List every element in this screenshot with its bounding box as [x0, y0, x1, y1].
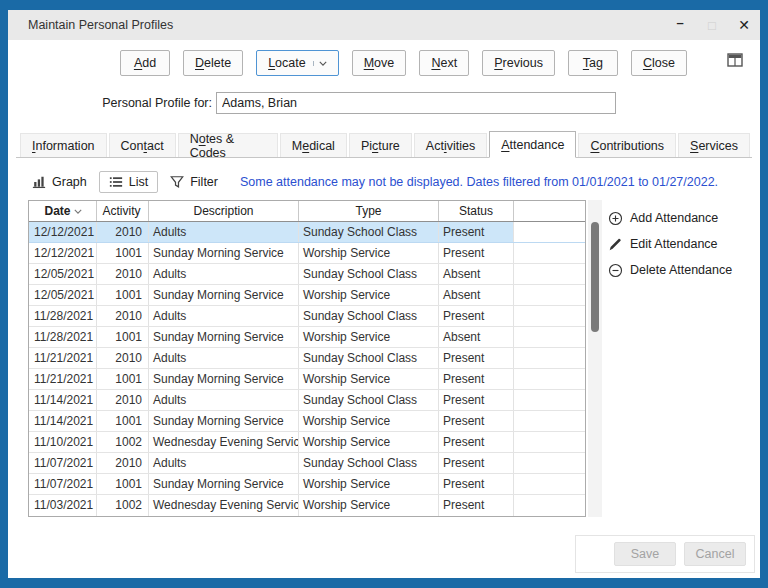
- move-button[interactable]: Move: [352, 50, 407, 76]
- cell-description: Adults: [149, 222, 299, 242]
- cell-type: Worship Service: [299, 369, 439, 389]
- cell-type: Worship Service: [299, 285, 439, 305]
- table-row[interactable]: 11/21/2021 1001 Sunday Morning Service W…: [29, 369, 585, 390]
- cell-status: Present: [439, 411, 514, 431]
- table-row[interactable]: 12/05/2021 2010 Adults Sunday School Cla…: [29, 264, 585, 285]
- cell-description: Sunday Morning Service: [149, 285, 299, 305]
- table-header: Date Activity Description Type Status: [29, 201, 585, 222]
- cell-type: Sunday School Class: [299, 453, 439, 473]
- cell-filler: [514, 474, 585, 494]
- cell-status: Present: [439, 474, 514, 494]
- cell-filler: [514, 222, 585, 242]
- cell-type: Worship Service: [299, 411, 439, 431]
- table-row[interactable]: 11/21/2021 2010 Adults Sunday School Cla…: [29, 348, 585, 369]
- table-row[interactable]: 12/12/2021 2010 Adults Sunday School Cla…: [29, 222, 585, 243]
- cell-filler: [514, 390, 585, 410]
- cell-filler: [514, 432, 585, 452]
- list-view-button[interactable]: List: [99, 171, 158, 193]
- column-header-status[interactable]: Status: [439, 201, 514, 221]
- cell-activity: 2010: [97, 453, 149, 473]
- tab-picture[interactable]: Picture: [349, 133, 412, 157]
- column-header-type[interactable]: Type: [299, 201, 439, 221]
- circle-plus-icon: [608, 211, 623, 226]
- cell-filler: [514, 243, 585, 263]
- cell-type: Worship Service: [299, 432, 439, 452]
- table-row[interactable]: 11/14/2021 1001 Sunday Morning Service W…: [29, 411, 585, 432]
- table-row[interactable]: 11/28/2021 2010 Adults Sunday School Cla…: [29, 306, 585, 327]
- cell-activity: 2010: [97, 306, 149, 326]
- table-row[interactable]: 11/28/2021 1001 Sunday Morning Service W…: [29, 327, 585, 348]
- layout-grid-icon[interactable]: [727, 53, 743, 67]
- cell-filler: [514, 369, 585, 389]
- tab-information[interactable]: Information: [20, 133, 107, 157]
- titlebar: Maintain Personal Profiles – □ ✕: [8, 10, 760, 40]
- cell-filler: [514, 453, 585, 473]
- table-scrollbar-track[interactable]: [588, 200, 602, 517]
- tab-contributions[interactable]: Contributions: [578, 133, 676, 157]
- cell-status: Present: [439, 243, 514, 263]
- cell-date: 11/21/2021: [29, 369, 97, 389]
- column-header-filler: [514, 201, 585, 221]
- column-header-activity[interactable]: Activity: [97, 201, 149, 221]
- cell-date: 12/05/2021: [29, 285, 97, 305]
- attendance-table: Date Activity Description Type Status 12…: [28, 200, 586, 517]
- maintain-personal-profiles-dialog: Maintain Personal Profiles – □ ✕ Add Del…: [8, 10, 760, 578]
- close-button[interactable]: Close: [631, 50, 687, 76]
- sort-descending-icon: [74, 209, 82, 214]
- next-button[interactable]: Next: [419, 50, 469, 76]
- edit-attendance-button[interactable]: Edit Attendance: [608, 231, 732, 257]
- table-row[interactable]: 12/12/2021 1001 Sunday Morning Service W…: [29, 243, 585, 264]
- table-row[interactable]: 11/14/2021 2010 Adults Sunday School Cla…: [29, 390, 585, 411]
- cell-date: 11/03/2021: [29, 495, 97, 516]
- chevron-down-icon[interactable]: [313, 61, 327, 66]
- cell-activity: 1001: [97, 327, 149, 347]
- tab-notes-codes[interactable]: Notes & Codes: [178, 133, 278, 157]
- add-attendance-label: Add Attendance: [630, 211, 718, 225]
- tab-contact[interactable]: Contact: [109, 133, 176, 157]
- filter-button[interactable]: Filter: [170, 175, 218, 189]
- close-window-button[interactable]: ✕: [728, 10, 760, 40]
- add-button[interactable]: Add: [120, 50, 170, 76]
- tab-services[interactable]: Services: [678, 133, 750, 157]
- cell-activity: 1001: [97, 474, 149, 494]
- table-row[interactable]: 12/05/2021 1001 Sunday Morning Service W…: [29, 285, 585, 306]
- delete-button[interactable]: Delete: [183, 50, 243, 76]
- cell-status: Present: [439, 348, 514, 368]
- cell-date: 11/14/2021: [29, 390, 97, 410]
- profile-name-input[interactable]: [216, 92, 616, 114]
- cell-description: Wednesday Evening Service: [149, 432, 299, 452]
- save-button[interactable]: Save: [614, 542, 676, 566]
- cell-date: 12/12/2021: [29, 243, 97, 263]
- cell-description: Adults: [149, 390, 299, 410]
- locate-button[interactable]: Locate: [256, 50, 339, 76]
- cell-type: Worship Service: [299, 243, 439, 263]
- tab-activities[interactable]: Activities: [414, 133, 487, 157]
- cell-date: 12/12/2021: [29, 222, 97, 242]
- graph-view-label: Graph: [52, 175, 87, 189]
- cell-description: Sunday Morning Service: [149, 243, 299, 263]
- table-scrollbar-thumb[interactable]: [591, 222, 599, 332]
- delete-attendance-button[interactable]: Delete Attendance: [608, 257, 732, 283]
- cell-date: 11/21/2021: [29, 348, 97, 368]
- table-row[interactable]: 11/10/2021 1002 Wednesday Evening Servic…: [29, 432, 585, 453]
- tab-medical[interactable]: Medical: [280, 133, 347, 157]
- column-header-description[interactable]: Description: [149, 201, 299, 221]
- add-attendance-button[interactable]: Add Attendance: [608, 205, 732, 231]
- column-header-date[interactable]: Date: [29, 201, 97, 221]
- table-row[interactable]: 11/07/2021 1001 Sunday Morning Service W…: [29, 474, 585, 495]
- cell-status: Present: [439, 390, 514, 410]
- minimize-button[interactable]: –: [664, 10, 696, 40]
- cell-date: 11/28/2021: [29, 327, 97, 347]
- previous-button[interactable]: Previous: [482, 50, 555, 76]
- cancel-button[interactable]: Cancel: [684, 542, 746, 566]
- window-title: Maintain Personal Profiles: [28, 18, 173, 32]
- tag-button[interactable]: Tag: [568, 50, 618, 76]
- attendance-toolbar: Graph List Filter Some: [32, 169, 718, 195]
- maximize-button: □: [696, 10, 728, 40]
- table-row[interactable]: 11/03/2021 1002 Wednesday Evening Servic…: [29, 495, 585, 516]
- table-row[interactable]: 11/07/2021 2010 Adults Sunday School Cla…: [29, 453, 585, 474]
- cell-date: 12/05/2021: [29, 264, 97, 284]
- tab-attendance[interactable]: Attendance: [489, 131, 576, 158]
- graph-view-button[interactable]: Graph: [32, 175, 87, 189]
- window-controls: – □ ✕: [664, 10, 760, 40]
